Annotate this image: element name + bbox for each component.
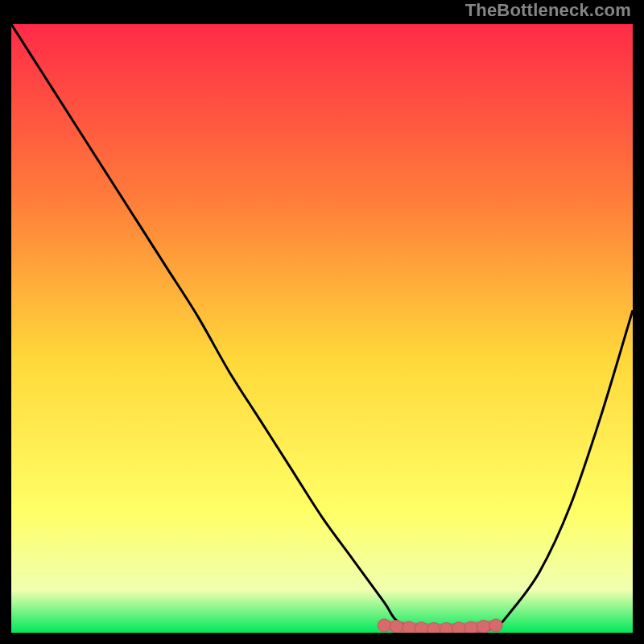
marker-dot xyxy=(440,622,452,633)
bottleneck-chart xyxy=(11,24,633,633)
marker-dot xyxy=(402,621,415,633)
marker-dot xyxy=(378,619,390,632)
marker-dot xyxy=(489,619,502,632)
marker-dot xyxy=(464,621,477,633)
marker-dot xyxy=(415,622,428,633)
marker-dot xyxy=(452,622,465,633)
marker-dot xyxy=(427,622,440,633)
marker-dot xyxy=(477,620,490,633)
watermark-text: TheBottleneck.com xyxy=(465,0,631,21)
marker-dot xyxy=(390,620,403,633)
plot-background xyxy=(11,24,633,633)
